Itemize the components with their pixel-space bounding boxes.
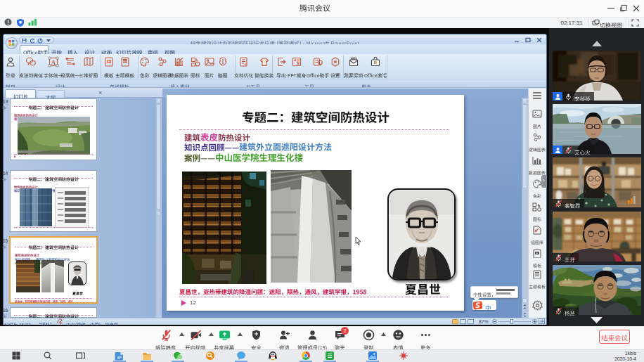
- svg-text:A: A: [51, 59, 56, 66]
